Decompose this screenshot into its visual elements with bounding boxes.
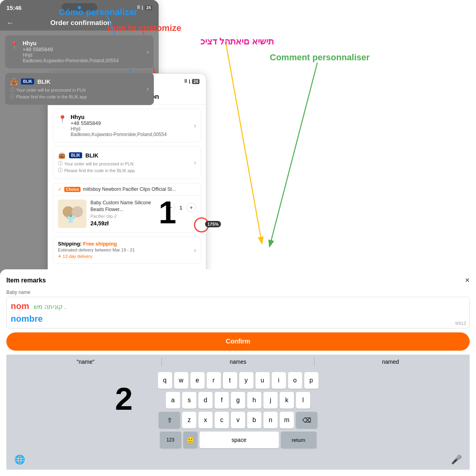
shipping-delivery: Estimated delivery between Mar 19 - 21 [58,248,135,252]
qty-value: 1 [178,205,184,211]
address-info: Hhyu +48 5585849 Hhjd Badkowo,Kujawsko-P… [71,114,167,137]
right-address-city: Badkowo,Kujawsko-Pomorskie,Poland,00554 [23,58,119,63]
right-address-card[interactable]: 📍 Hhyu +48 5585849 Hhjd Badkowo,Kujawsko… [5,35,154,69]
shipping-free: Free shipping [83,241,117,247]
spanish-annotation: Cómo personalizar [59,7,137,17]
right-time: 15:46 [6,4,21,11]
hebrew-annotation: תישיא םיאתהל דציכ [200,36,274,47]
right-payment-notes: ⓘ Your order will be processed in PLN ⓘ … [10,86,149,100]
pct-badge: 175% [205,221,221,227]
product-details: Baby Custom Name Silicone Beads Flower..… [90,200,162,226]
key-q[interactable]: q [158,372,159,389]
right-payment-name: BLIK [37,79,50,85]
dialog-input-area[interactable]: nom קוניתה מש . nombre 9/512 [6,297,159,328]
check-icon: ✓ [58,186,62,192]
french-annotation: Comment personnaliser [270,52,370,63]
right-address-info: Hhyu +48 5585849 Hhjd Badkowo,Kujawsko-P… [23,40,119,63]
english-annotation: How to customize [107,23,181,33]
payment-notes: ⓘ Your order will be processed in PLN ⓘ … [58,160,196,174]
dialog-title: Item remarks [6,277,46,284]
right-address-phone: +48 5585849 [23,46,119,52]
qty-increase[interactable]: + [186,203,196,212]
dialog-field-label: Baby name [6,290,159,295]
dialog-header: Item remarks × [6,276,159,285]
left-payment-card[interactable]: 👜 BLIK BLIK ⓘ Your order will be process… [53,146,201,179]
left-product-section: ✓ Choice mittsboy Newborn Pacifier Clips… [53,183,201,232]
left-address-card[interactable]: 📍 Hhyu +48 5585849 Hhjd Badkowo,Kujawsko… [53,109,201,142]
choice-badge: Choice [64,187,81,192]
payment-name: BLIK [85,152,98,159]
name-nom: nom [11,301,29,311]
keyboard-row-1: q w e r t y u i o p [8,372,159,389]
keyboard: q w e r t y u i o p a s d f g h j k [6,369,159,389]
item-remarks-dialog: Item remarks × Baby name nom קוניתה מש .… [0,269,159,389]
confirm-button[interactable]: Confirm [6,332,159,351]
shipping-label: Shipping: [58,241,83,247]
address-chevron: › [194,122,196,129]
delivery-badge: ✈ 12-day delivery [58,254,92,259]
name-nombre: nombre [11,314,43,324]
shipping-title: Shipping: Free shipping [58,241,135,247]
qty-decrease[interactable]: − [166,203,175,212]
dialog-input-names: nom קוניתה מש . [11,301,159,311]
right-blik-badge: BLIK [21,79,34,84]
right-location-icon: 📍 [10,41,19,50]
right-back-button[interactable]: ← [6,18,14,27]
right-address-name: Hhyu [23,40,119,46]
address-name: Hhyu [71,114,167,120]
right-payment-card[interactable]: 👜 BLIK BLIK ⓘ Your order will be process… [5,73,154,105]
product-row: 👕 Baby Custom Name Silicone Beads Flower… [53,196,201,232]
address-phone: +48 5585849 [71,120,167,126]
suggestion-name[interactable]: "name" [11,357,159,367]
left-shipping-section[interactable]: Shipping: Free shipping Estimated delive… [53,236,201,264]
wallet-icon: 👜 [58,152,66,159]
product-price: 24,59zł [90,220,162,226]
svg-line-3 [270,63,317,246]
right-address-chevron: › [147,48,149,56]
product-name: Baby Custom Name Silicone Beads Flower..… [90,200,162,213]
product-store-name: mittsboy Newborn Pacifier Clips Official… [83,186,176,192]
right-wallet-icon: 👜 [10,78,18,85]
left-status-icons: ⠿⌊24 [184,79,200,84]
shipping-chevron: › [194,247,196,254]
keyboard-suggestions: "name" names named [6,355,159,369]
svg-text:👕: 👕 [66,215,75,224]
address-detail: Hhjd [71,126,167,132]
location-icon: 📍 [58,115,67,123]
address-city: Badkowo,Kujawsko-Pomorskie,Poland,00554 [71,132,167,137]
right-payment-chevron: › [147,85,149,92]
product-image: 👕 [58,200,86,228]
right-address-detail: Hhjd [23,52,119,58]
product-header: ✓ Choice mittsboy Newborn Pacifier Clips… [53,183,201,196]
svg-line-2 [226,44,262,243]
blik-badge: BLIK [69,152,82,158]
payment-chevron: › [194,159,196,166]
product-variant: Pacifier clip-2 [90,214,162,219]
right-status-icons: ⠿⌊24 [137,5,152,10]
qty-wrapper: − 1 + [166,200,196,212]
qty-control[interactable]: − 1 + [166,203,196,212]
name-hebrew: קוניתה מש . [34,303,66,311]
